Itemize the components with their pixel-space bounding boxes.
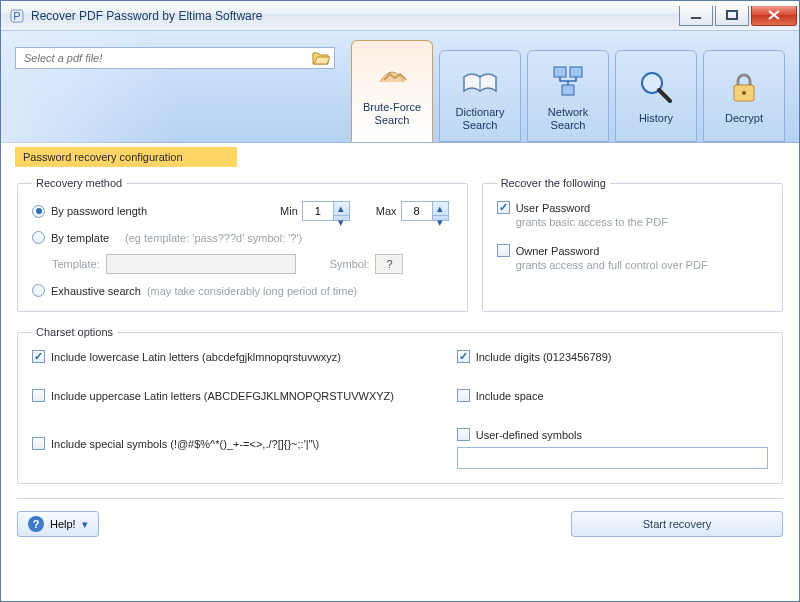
template-input[interactable] — [106, 254, 296, 274]
user-defined-input[interactable] — [457, 447, 768, 469]
tab-network[interactable]: Network Search — [527, 50, 609, 142]
user-password-desc: grants basic access to the PDF — [516, 216, 768, 228]
by-template-label: By template — [51, 232, 109, 244]
svg-rect-6 — [570, 67, 582, 77]
svg-rect-7 — [562, 85, 574, 95]
svg-line-9 — [659, 90, 670, 101]
help-button-label: Help! — [50, 518, 76, 530]
owner-password-desc: grants access and full control over PDF — [516, 259, 768, 271]
tab-brute-force-label: Brute-Force Search — [356, 101, 428, 127]
handshake-icon — [369, 53, 415, 99]
help-button[interactable]: ? Help! ▾ — [17, 511, 99, 537]
checkbox-user-password[interactable] — [497, 201, 510, 214]
window-title: Recover PDF Password by Eltima Software — [31, 9, 262, 23]
dropdown-icon: ▾ — [82, 518, 88, 531]
recovery-method-legend: Recovery method — [32, 177, 126, 189]
recovery-method-group: Recovery method By password length Min ▴… — [17, 177, 468, 312]
maximize-button[interactable] — [715, 6, 749, 26]
window-controls — [679, 6, 799, 26]
uppercase-label: Include uppercase Latin letters (ABCDEFG… — [51, 390, 394, 402]
min-label: Min — [280, 205, 298, 217]
min-input[interactable] — [303, 202, 333, 220]
max-down-icon[interactable]: ▾ — [433, 216, 448, 229]
user-password-label: User Password — [516, 202, 591, 214]
charset-legend: Charset options — [32, 326, 117, 338]
exhaustive-row: Exhaustive search (may take considerably… — [32, 284, 453, 297]
template-field-label: Template: — [52, 258, 100, 270]
section-title: Password recovery configuration — [15, 147, 237, 167]
tab-brute-force[interactable]: Brute-Force Search — [351, 40, 433, 142]
checkbox-special[interactable] — [32, 437, 45, 450]
browse-icon[interactable] — [312, 50, 330, 66]
file-path-input[interactable] — [24, 52, 308, 64]
minimize-button[interactable] — [679, 6, 713, 26]
radio-by-template[interactable] — [32, 231, 45, 244]
max-spinner[interactable]: ▴▾ — [401, 201, 449, 221]
charset-group: Charset options Include lowercase Latin … — [17, 326, 783, 484]
mode-tabs: Brute-Force Search Dictionary Search Net… — [351, 41, 785, 142]
magnifier-icon — [633, 64, 679, 110]
svg-rect-2 — [691, 17, 701, 19]
checkbox-lowercase[interactable] — [32, 350, 45, 363]
checkbox-uppercase[interactable] — [32, 389, 45, 402]
tab-decrypt[interactable]: Decrypt — [703, 50, 785, 142]
toolbar: Brute-Force Search Dictionary Search Net… — [1, 31, 799, 143]
min-spinner[interactable]: ▴▾ — [302, 201, 350, 221]
tab-decrypt-label: Decrypt — [725, 112, 763, 125]
checkbox-owner-password[interactable] — [497, 244, 510, 257]
svg-rect-3 — [727, 11, 737, 19]
title-bar[interactable]: P Recover PDF Password by Eltima Softwar… — [1, 1, 799, 31]
file-picker[interactable] — [15, 47, 335, 69]
symbol-field-label: Symbol: — [330, 258, 370, 270]
svg-rect-5 — [554, 67, 566, 77]
svg-point-11 — [742, 91, 746, 95]
min-down-icon[interactable]: ▾ — [334, 216, 349, 229]
owner-password-label: Owner Password — [516, 245, 600, 257]
app-window: P Recover PDF Password by Eltima Softwar… — [0, 0, 800, 602]
by-length-label: By password length — [51, 205, 147, 217]
tab-dictionary[interactable]: Dictionary Search — [439, 50, 521, 142]
by-length-row: By password length Min ▴▾ Max ▴▾ — [32, 201, 453, 221]
checkbox-digits[interactable] — [457, 350, 470, 363]
max-input[interactable] — [402, 202, 432, 220]
radio-exhaustive[interactable] — [32, 284, 45, 297]
recover-following-legend: Recover the following — [497, 177, 610, 189]
radio-by-length[interactable] — [32, 205, 45, 218]
max-label: Max — [376, 205, 397, 217]
close-button[interactable] — [751, 6, 797, 26]
app-icon: P — [9, 8, 25, 24]
checkbox-user-defined[interactable] — [457, 428, 470, 441]
bottom-bar: ? Help! ▾ Start recovery — [17, 498, 783, 537]
exhaustive-hint: (may take considerably long period of ti… — [147, 285, 357, 297]
tab-dictionary-label: Dictionary Search — [444, 106, 516, 132]
tab-history-label: History — [639, 112, 673, 125]
book-icon — [457, 58, 503, 104]
special-label: Include special symbols (!@#$%^*()_+-=<>… — [51, 438, 319, 450]
max-up-icon[interactable]: ▴ — [433, 202, 448, 216]
space-label: Include space — [476, 390, 544, 402]
digits-label: Include digits (0123456789) — [476, 351, 612, 363]
min-up-icon[interactable]: ▴ — [334, 202, 349, 216]
network-icon — [545, 58, 591, 104]
content-area: Password recovery configuration Recovery… — [1, 143, 799, 601]
checkbox-space[interactable] — [457, 389, 470, 402]
lock-icon — [721, 64, 767, 110]
lowercase-label: Include lowercase Latin letters (abcdefg… — [51, 351, 341, 363]
by-template-row: By template (eg template: 'pass???d' sym… — [32, 231, 453, 244]
template-hint: (eg template: 'pass???d' symbol: '?') — [125, 232, 302, 244]
user-defined-label: User-defined symbols — [476, 429, 582, 441]
template-inputs-row: Template: Symbol: — [52, 254, 453, 274]
start-recovery-button[interactable]: Start recovery — [571, 511, 783, 537]
svg-text:P: P — [13, 10, 20, 22]
symbol-input[interactable] — [375, 254, 403, 274]
help-icon: ? — [28, 516, 44, 532]
recover-following-group: Recover the following User Password gran… — [482, 177, 783, 312]
tab-history[interactable]: History — [615, 50, 697, 142]
exhaustive-label: Exhaustive search — [51, 285, 141, 297]
tab-network-label: Network Search — [532, 106, 604, 132]
